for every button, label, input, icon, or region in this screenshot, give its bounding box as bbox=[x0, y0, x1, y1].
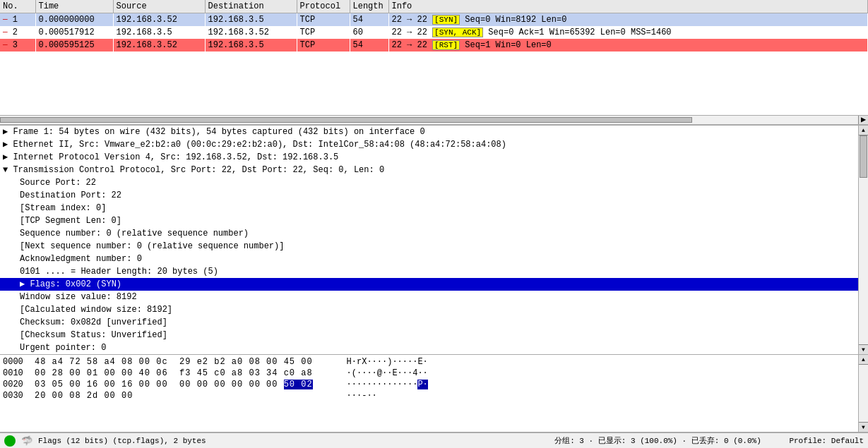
hex-content: 0000 48 a4 72 58 a4 08 00 0c 29 e2 b2 a0… bbox=[0, 355, 858, 432]
vscroll-up-arrow[interactable]: ▲ bbox=[859, 126, 868, 135]
cell-info: 22 → 22 [RST] Seq=1 Win=0 Len=0 bbox=[388, 39, 868, 52]
hex-offset-0020: 0020 bbox=[3, 380, 35, 389]
cell-src: 192.168.3.52 bbox=[113, 13, 205, 26]
hex-ascii-0030: ···-·· bbox=[331, 391, 855, 401]
detail-section-ip[interactable]: ▶ Internet Protocol Version 4, Src: 192.… bbox=[0, 151, 858, 164]
cell-time: 0.000595125 bbox=[35, 39, 113, 52]
hex-offset-0000: 0000 bbox=[3, 357, 35, 367]
hex-ascii-0020: ··············P· bbox=[331, 380, 855, 389]
table-header-row: No. Time Source Destination Protocol Len… bbox=[0, 0, 868, 13]
detail-line: Source Port: 22 bbox=[0, 176, 858, 189]
vscroll-down-arrow[interactable]: ▼ bbox=[859, 344, 868, 354]
col-header-time[interactable]: Time bbox=[35, 0, 113, 13]
stats-text: 分组: 3 · 已显示: 3 (100.0%) · 已丢弃: 0 (0.0%) … bbox=[554, 435, 864, 446]
col-header-protocol[interactable]: Protocol bbox=[297, 0, 350, 13]
detail-line: [Calculated window size: 8192] bbox=[0, 303, 858, 316]
detail-line: [TCP Segment Len: 0] bbox=[0, 214, 858, 227]
detail-line: Urgent pointer: 0 bbox=[0, 341, 858, 354]
hex-bytes-0010: 00 28 00 01 00 00 40 06 f3 45 c0 a8 03 3… bbox=[35, 368, 331, 378]
detail-section-frame[interactable]: ▶ Frame 1: 54 bytes on wire (432 bits), … bbox=[0, 126, 858, 138]
vscroll-thumb[interactable] bbox=[860, 135, 867, 178]
hex-ascii-0010: ·(····@··E···4·· bbox=[331, 368, 855, 378]
hex-bytes-0000: 48 a4 72 58 a4 08 00 0c 29 e2 b2 a0 08 0… bbox=[35, 357, 331, 367]
ready-indicator bbox=[4, 435, 16, 447]
detail-line: [Next sequence number: 0 (relative seque… bbox=[0, 240, 858, 253]
detail-line: Checksum: 0x082d [unverified] bbox=[0, 316, 858, 329]
detail-line: Sequence number: 0 (relative sequence nu… bbox=[0, 227, 858, 240]
col-header-destination[interactable]: Destination bbox=[205, 0, 297, 13]
cell-len: 60 bbox=[350, 26, 388, 39]
cell-proto: TCP bbox=[297, 39, 350, 52]
cell-packet-no: ─ 1 bbox=[0, 13, 35, 26]
vscroll-hex-track[interactable] bbox=[859, 365, 868, 423]
hex-with-scroll: 0000 48 a4 72 58 a4 08 00 0c 29 e2 b2 a0… bbox=[0, 355, 868, 432]
detail-line[interactable]: ▶ Flags: 0x002 (SYN) bbox=[0, 278, 858, 291]
status-text: Flags (12 bits) (tcp.flags), 2 bytes bbox=[38, 437, 206, 445]
hex-bytes-0020: 03 05 00 16 00 16 00 00 00 00 00 00 00 0… bbox=[35, 380, 331, 389]
detail-section-ethernet[interactable]: ▶ Ethernet II, Src: Vmware_e2:b2:a0 (00:… bbox=[0, 138, 858, 151]
col-header-no[interactable]: No. bbox=[0, 0, 35, 13]
vertical-scrollbar-detail[interactable]: ▲ ▼ bbox=[858, 126, 868, 354]
hex-ascii-0000: H·rX····)·····E· bbox=[331, 357, 855, 367]
horizontal-scrollbar[interactable]: ▶ bbox=[0, 115, 868, 125]
cell-info: 22 → 22 [SYN] Seq=0 Win=8192 Len=0 bbox=[388, 13, 868, 26]
detail-section-tcp[interactable]: ▼ Transmission Control Protocol, Src Por… bbox=[0, 164, 858, 176]
packet-table: No. Time Source Destination Protocol Len… bbox=[0, 0, 868, 52]
table-row[interactable]: ─ 20.000517912192.168.3.5192.168.3.52TCP… bbox=[0, 26, 868, 39]
hex-offset-0030: 0030 bbox=[3, 391, 35, 401]
cell-time: 0.000000000 bbox=[35, 13, 113, 26]
cell-dst: 192.168.3.5 bbox=[205, 39, 297, 52]
col-header-length[interactable]: Length bbox=[350, 0, 388, 13]
detail-line: Acknowledgment number: 0 bbox=[0, 253, 858, 265]
cell-dst: 192.168.3.5 bbox=[205, 13, 297, 26]
hex-offset-0010: 0010 bbox=[3, 368, 35, 378]
table-row[interactable]: ─ 30.000595125192.168.3.52192.168.3.5TCP… bbox=[0, 39, 868, 52]
status-bar: 🦈 Flags (12 bits) (tcp.flags), 2 bytes 分… bbox=[0, 432, 868, 448]
vscroll-hex-up-arrow[interactable]: ▲ bbox=[859, 355, 868, 365]
col-header-source[interactable]: Source bbox=[113, 0, 205, 13]
cell-dst: 192.168.3.52 bbox=[205, 26, 297, 39]
vscroll-track[interactable] bbox=[859, 135, 868, 344]
cell-len: 54 bbox=[350, 39, 388, 52]
detail-line: [Checksum Status: Unverified] bbox=[0, 329, 858, 341]
packet-list: No. Time Source Destination Protocol Len… bbox=[0, 0, 868, 126]
hex-line-0030: 0030 20 00 08 2d 00 00 ···-·· bbox=[0, 390, 858, 401]
detail-line: Destination Port: 22 bbox=[0, 189, 858, 202]
detail-line: Window size value: 8192 bbox=[0, 291, 858, 303]
cell-packet-no: ─ 2 bbox=[0, 26, 35, 39]
col-header-info[interactable]: Info bbox=[388, 0, 868, 13]
hex-line-0020: 0020 03 05 00 16 00 16 00 00 00 00 00 00… bbox=[0, 379, 858, 390]
detail-content: ▶ Frame 1: 54 bytes on wire (432 bits), … bbox=[0, 126, 858, 354]
hscroll-right-arrow[interactable]: ▶ bbox=[858, 116, 868, 124]
hex-line-0000: 0000 48 a4 72 58 a4 08 00 0c 29 e2 b2 a0… bbox=[0, 356, 858, 368]
detail-with-scroll: ▶ Frame 1: 54 bytes on wire (432 bits), … bbox=[0, 126, 868, 354]
table-row[interactable]: ─ 10.000000000192.168.3.52192.168.3.5TCP… bbox=[0, 13, 868, 26]
packet-detail: ▶ Frame 1: 54 bytes on wire (432 bits), … bbox=[0, 126, 868, 355]
cell-proto: TCP bbox=[297, 26, 350, 39]
cell-src: 192.168.3.5 bbox=[113, 26, 205, 39]
shark-icon: 🦈 bbox=[21, 435, 32, 447]
vertical-scrollbar-hex[interactable]: ▲ ▼ bbox=[858, 355, 868, 432]
detail-line: [Stream index: 0] bbox=[0, 202, 858, 214]
cell-time: 0.000517912 bbox=[35, 26, 113, 39]
cell-proto: TCP bbox=[297, 13, 350, 26]
hscroll-thumb[interactable] bbox=[0, 117, 692, 123]
hex-line-0010: 0010 00 28 00 01 00 00 40 06 f3 45 c0 a8… bbox=[0, 368, 858, 379]
vscroll-hex-down-arrow[interactable]: ▼ bbox=[859, 422, 868, 432]
cell-len: 54 bbox=[350, 13, 388, 26]
cell-src: 192.168.3.52 bbox=[113, 39, 205, 52]
detail-line: 0101 .... = Header Length: 20 bytes (5) bbox=[0, 265, 858, 278]
hex-dump: 0000 48 a4 72 58 a4 08 00 0c 29 e2 b2 a0… bbox=[0, 355, 868, 433]
cell-packet-no: ─ 3 bbox=[0, 39, 35, 52]
cell-info: 22 → 22 [SYN, ACK] Seq=0 Ack=1 Win=65392… bbox=[388, 26, 868, 39]
ready-dot bbox=[4, 435, 16, 447]
hex-bytes-0030: 20 00 08 2d 00 00 bbox=[35, 391, 331, 401]
